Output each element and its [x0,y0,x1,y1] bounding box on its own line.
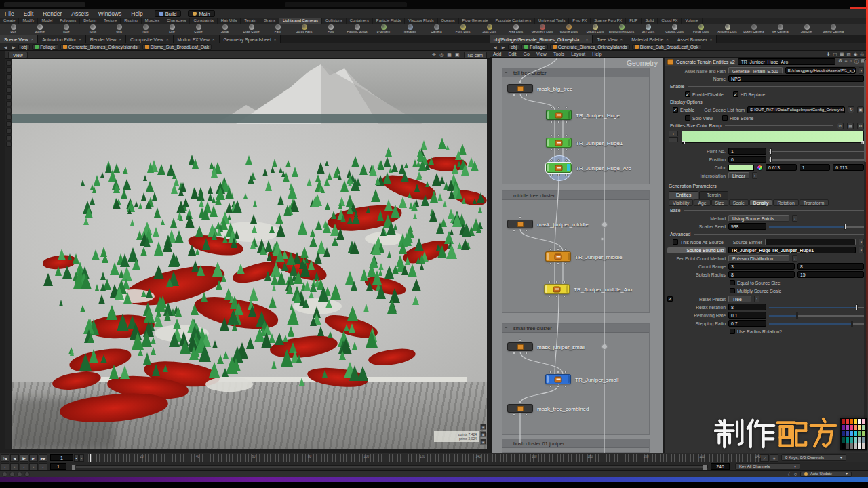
path-chip[interactable]: Foliage [32,44,58,50]
range-max-field[interactable]: 8 [797,263,864,270]
param-slider[interactable] [769,320,864,327]
shelf-tool[interactable]: Platonic Solids [344,24,370,35]
connector-dot[interactable] [519,339,521,342]
viewport-snapshot-button[interactable]: ▣ [480,431,486,437]
shelf-tab[interactable]: Create [0,18,19,24]
node-mask_tree_combined[interactable]: mask_tree_combined [507,404,533,413]
connector-dot[interactable] [564,262,567,265]
node-TR_Juniper_Huge[interactable]: TR_Juniper_Huge [546,110,572,120]
shelf-tool[interactable]: Spiral [212,24,238,35]
subfolder-tab-visibility[interactable]: Visibility [669,199,693,206]
shelf-tab[interactable]: Muscles [142,18,163,24]
relax-enable-checkbox[interactable]: ✓ [667,296,673,302]
node-flag-right[interactable] [568,375,570,383]
node-TR_Juniper_middle[interactable]: TR_Juniper_middle [545,251,571,262]
playbar-option-button-4[interactable]: ◦ [39,463,47,470]
step-forward-button[interactable]: ▶| [29,454,38,462]
shelf-tab[interactable]: Modify [19,18,38,24]
shelf-tool[interactable]: Torus [79,24,106,35]
checkbox-box[interactable]: ✓ [685,92,690,97]
shelf-tab[interactable]: Deform [80,18,100,24]
shelf-tab[interactable]: Characters [163,18,190,24]
nav-forward-button[interactable]: ▶ [11,45,17,49]
subfolder-tab-scale[interactable]: Scale [729,199,749,206]
playbar-option-icon-1[interactable]: ✳ [770,454,778,462]
range-min-field[interactable]: 3 [728,263,795,270]
shelf-tool[interactable]: Area Light [502,24,529,35]
checkbox-multiply-source-scale[interactable]: Multiply Source Scale [730,288,788,293]
name-field[interactable]: NPS [728,75,864,82]
node-body[interactable] [545,251,571,262]
viewport-icon-0[interactable]: ✛ [432,52,436,58]
path-chip[interactable]: Generate_Biomes_OrkneyIslands [550,44,630,50]
shelf-tab[interactable]: Universal Tools [535,18,569,24]
key-all-channels-dropdown[interactable]: Key All Channels▾ [735,463,800,470]
node-body[interactable] [507,404,533,413]
param-header-icon-1[interactable]: ≡ [844,58,847,65]
close-icon[interactable]: × [586,37,589,41]
slider-handle[interactable] [856,304,858,310]
close-icon[interactable]: × [31,37,34,41]
scene-tab[interactable]: Motion FX View× [174,35,220,43]
connector-dot[interactable] [519,216,521,219]
range-end-field[interactable]: 240 [711,463,730,470]
param-slider[interactable] [769,223,864,230]
viewport-tool-icon[interactable] [6,142,12,147]
connector-dot[interactable] [557,174,560,176]
shelf-tool[interactable]: Font [317,24,344,35]
menu-windows[interactable]: Windows [94,9,126,18]
ramp-handle-left[interactable] [682,141,685,144]
node-flag-left[interactable] [547,253,549,260]
viewport-snapshot-button[interactable]: ▣ [480,439,486,445]
slider-handle[interactable] [796,312,798,319]
node-body[interactable] [507,84,533,93]
checkbox-box[interactable] [730,288,735,293]
dropdown-arrows-button[interactable]: ↕ [792,255,797,262]
network-menu-edit[interactable]: Edit [505,52,519,56]
dropdown-arrows-button[interactable]: ↕ [752,172,757,179]
node-mask_big_tree[interactable]: mask_big_tree [507,84,533,93]
slider-handle[interactable] [844,224,846,230]
viewport-canvas[interactable]: points 7,424prims 2,024 ▣▣▣ [12,59,487,449]
connector-dot[interactable] [557,371,559,373]
close-icon[interactable]: × [212,37,215,41]
connector-dot[interactable] [525,352,528,354]
checkbox-box[interactable]: ✓ [673,107,678,113]
range-handle-end[interactable] [703,464,707,470]
connector-dot[interactable] [519,401,521,403]
shelf-tool[interactable]: Line [159,24,185,35]
connector-dot[interactable] [513,413,515,416]
shelf-tab[interactable]: FLIP [626,18,642,24]
jump-end-button[interactable]: ▶▶ [39,454,47,462]
checkbox-box[interactable] [685,115,690,121]
connector-dot[interactable] [525,229,528,232]
shelf-tab[interactable]: Grains [260,18,279,24]
shelf-tool[interactable]: Portal Light [688,24,714,35]
connector-dot[interactable] [565,159,568,162]
viewport-tool-icon[interactable] [6,67,12,73]
camera-selector[interactable]: No cam [464,52,487,58]
ramp-tool-icon-2[interactable]: ⚙ [857,123,864,129]
connector-dot[interactable] [565,148,568,151]
node-body[interactable] [507,342,533,351]
shelf-tool[interactable]: Tube [53,24,79,35]
workspace-selector[interactable]: Build [155,10,182,17]
shelf-tool[interactable]: Spray Paint [291,24,317,35]
status-right-icon-1[interactable]: ⟳ [794,472,797,476]
shelf-tab[interactable]: Terrain [241,18,260,24]
connector-dot[interactable] [549,385,552,388]
jump-start-button[interactable]: |◀ [1,454,9,462]
slider-handle[interactable] [851,321,853,327]
path-chip[interactable]: Generate_Biomes_OrkneyIslands [60,44,140,50]
connector-dot[interactable] [519,81,521,83]
folder-tab-terrain[interactable]: Terrain [699,191,728,199]
node-flag-left[interactable] [547,375,549,383]
checkbox-box[interactable] [722,115,728,121]
connector-dot[interactable] [563,295,566,298]
shelf-tool[interactable]: L-System [370,24,397,35]
frame-spinner[interactable]: ▴ [74,454,79,462]
playbar-option-icon-0[interactable]: ⟋ [760,454,769,462]
node-body[interactable] [546,110,572,120]
connector-dot[interactable] [557,121,560,123]
source-bound-list-field[interactable]: TR_Juniper_Huge TR_Juniper_Huge1 [728,247,856,253]
